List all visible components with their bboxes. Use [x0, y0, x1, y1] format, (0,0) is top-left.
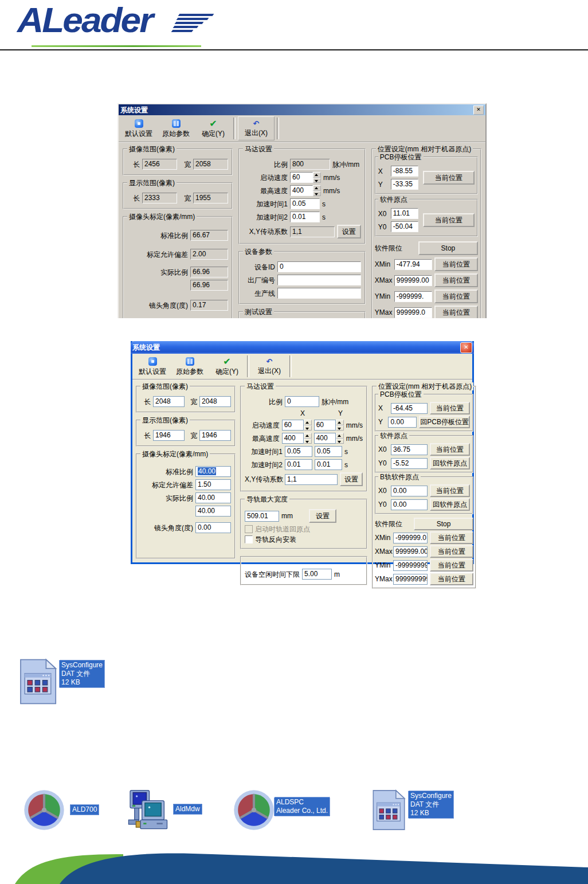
- current-position-button[interactable]: 当前位置: [423, 171, 475, 185]
- rail-width-field[interactable]: 509.01: [245, 511, 279, 522]
- lens-angle-field[interactable]: 0.00: [195, 522, 231, 533]
- default-settings-button[interactable]: 默认设置: [121, 117, 156, 140]
- xmax-field[interactable]: 999999.00: [394, 275, 432, 286]
- idle-time-field[interactable]: 5.00: [302, 569, 332, 580]
- accel1-field[interactable]: 0.05: [290, 198, 320, 209]
- b-origin-y-field[interactable]: 0.00: [391, 499, 428, 510]
- xy-ratio-field[interactable]: 1,1: [290, 226, 335, 237]
- current-position-button[interactable]: 当前位置: [430, 531, 473, 544]
- dat-file-icon[interactable]: [370, 789, 407, 831]
- max-speed-x-field[interactable]: 400: [282, 433, 304, 444]
- spin-up-icon[interactable]: [313, 185, 321, 191]
- spin-up-icon[interactable]: [336, 433, 344, 439]
- spin-up-icon[interactable]: [336, 420, 344, 425]
- dat-file-label[interactable]: SysConfigure DAT 文件 12 KB: [59, 660, 105, 688]
- device-id-field[interactable]: 0: [277, 261, 361, 272]
- start-speed-field[interactable]: 60: [290, 172, 313, 183]
- pcb-x-field[interactable]: -64.45: [391, 403, 428, 414]
- xmax-field[interactable]: 999999.00: [393, 546, 428, 557]
- allowed-deviation-field[interactable]: 1.50: [195, 479, 231, 490]
- set-button[interactable]: 设置: [337, 225, 361, 238]
- ymin-field[interactable]: -99999999: [393, 560, 428, 571]
- camera-width-field[interactable]: 2048: [199, 396, 231, 407]
- current-position-button[interactable]: 当前位置: [434, 306, 478, 318]
- spin-down-icon[interactable]: [313, 191, 321, 197]
- back-to-pcb-position-button[interactable]: 回PCB停板位置: [419, 416, 470, 428]
- title-bar[interactable]: 系统设置 ✕: [119, 104, 485, 115]
- ald700-app-icon[interactable]: [23, 788, 65, 832]
- accel1-x-field[interactable]: 0.05: [285, 446, 312, 457]
- origin-y-field[interactable]: -50.04: [391, 221, 418, 232]
- aldmdw-icon-label[interactable]: AldMdw: [173, 804, 202, 815]
- origin-x-field[interactable]: 11.01: [391, 208, 418, 219]
- current-position-button[interactable]: 当前位置: [430, 443, 470, 456]
- actual-ratio-x-field[interactable]: 40.00: [195, 492, 231, 503]
- ratio-field[interactable]: 0: [285, 396, 319, 407]
- ald700-icon-label[interactable]: ALD700: [70, 804, 99, 815]
- start-speed-y-field[interactable]: 60: [314, 420, 336, 431]
- actual-ratio-x-field[interactable]: 66.96: [190, 267, 228, 277]
- ok-button[interactable]: ✔ 确定(Y): [209, 355, 245, 378]
- current-position-button[interactable]: 当前位置: [430, 573, 473, 585]
- spin-down-icon[interactable]: [336, 439, 344, 444]
- origin-x-field[interactable]: 36.75: [391, 444, 428, 455]
- b-origin-x-field[interactable]: 0.00: [391, 486, 428, 496]
- spin-down-icon[interactable]: [336, 425, 344, 431]
- current-position-button[interactable]: 当前位置: [430, 402, 470, 414]
- origin-y-field[interactable]: -5.52: [391, 458, 428, 469]
- current-position-button[interactable]: 当前位置: [423, 213, 475, 227]
- close-icon[interactable]: ✕: [473, 105, 484, 115]
- ymin-field[interactable]: -999999.: [394, 291, 432, 302]
- aldspc-icon-label[interactable]: ALDSPC Aleader Co., Ltd.: [274, 797, 330, 816]
- standard-ratio-field[interactable]: 40.00: [195, 466, 231, 477]
- ratio-field[interactable]: 800: [290, 159, 330, 170]
- xy-ratio-field[interactable]: 1,1: [285, 474, 338, 485]
- back-to-origin-button[interactable]: 回软件原点: [430, 457, 470, 470]
- max-speed-y-field[interactable]: 400: [314, 433, 336, 444]
- pcb-x-field[interactable]: -88.55: [391, 166, 418, 177]
- original-params-button[interactable]: 原始参数: [158, 117, 194, 140]
- serial-field[interactable]: [277, 275, 361, 285]
- accel2-y-field[interactable]: 0.01: [315, 459, 342, 470]
- rail-home-checkbox[interactable]: [245, 525, 253, 533]
- ymax-field[interactable]: 999999.0: [394, 307, 432, 318]
- display-length-field[interactable]: 1946: [153, 430, 185, 441]
- accel2-x-field[interactable]: 0.01: [285, 459, 312, 470]
- spin-up-icon[interactable]: [304, 433, 312, 439]
- stop-button[interactable]: Stop: [418, 241, 478, 255]
- max-speed-field[interactable]: 400: [290, 185, 313, 196]
- spin-up-icon[interactable]: [304, 420, 312, 425]
- exit-button[interactable]: ↶ 退出(X): [252, 355, 287, 378]
- back-to-origin-button[interactable]: 回软件原点: [430, 498, 470, 511]
- default-settings-button[interactable]: 默认设置: [135, 355, 170, 378]
- current-position-button[interactable]: 当前位置: [430, 484, 470, 497]
- dat-file-icon[interactable]: [17, 658, 58, 705]
- set-button[interactable]: 设置: [340, 472, 363, 486]
- xmin-field[interactable]: -999999.0: [393, 533, 428, 543]
- lens-angle-field[interactable]: 0.17: [190, 300, 228, 311]
- actual-ratio-y-field[interactable]: 40.00: [195, 506, 231, 517]
- display-length-field[interactable]: 2333: [142, 193, 177, 204]
- spin-up-icon[interactable]: [313, 172, 321, 178]
- stop-button[interactable]: Stop: [414, 518, 473, 530]
- accel1-y-field[interactable]: 0.05: [315, 446, 342, 457]
- allowed-deviation-field[interactable]: 2.00: [190, 249, 228, 260]
- current-position-button[interactable]: 当前位置: [434, 257, 478, 271]
- xmin-field[interactable]: -477.94: [394, 259, 432, 270]
- current-position-button[interactable]: 当前位置: [434, 290, 478, 303]
- aldmdw-app-icon[interactable]: [124, 789, 172, 835]
- display-width-field[interactable]: 1955: [193, 193, 228, 204]
- standard-ratio-field[interactable]: 66.67: [190, 230, 228, 241]
- title-bar[interactable]: 系统设置 ✕: [131, 341, 474, 354]
- accel2-field[interactable]: 0.01: [290, 212, 320, 222]
- camera-width-field[interactable]: 2058: [193, 159, 228, 170]
- start-speed-x-field[interactable]: 60: [282, 420, 304, 431]
- ymax-field[interactable]: 999999999: [393, 574, 428, 585]
- rail-reverse-checkbox[interactable]: [245, 535, 253, 543]
- production-line-field[interactable]: [277, 288, 361, 299]
- close-icon[interactable]: ✕: [460, 342, 472, 353]
- display-width-field[interactable]: 1946: [199, 430, 231, 441]
- camera-length-field[interactable]: 2456: [142, 159, 177, 170]
- current-position-button[interactable]: 当前位置: [434, 273, 478, 287]
- pcb-y-field[interactable]: 0.00: [388, 417, 417, 428]
